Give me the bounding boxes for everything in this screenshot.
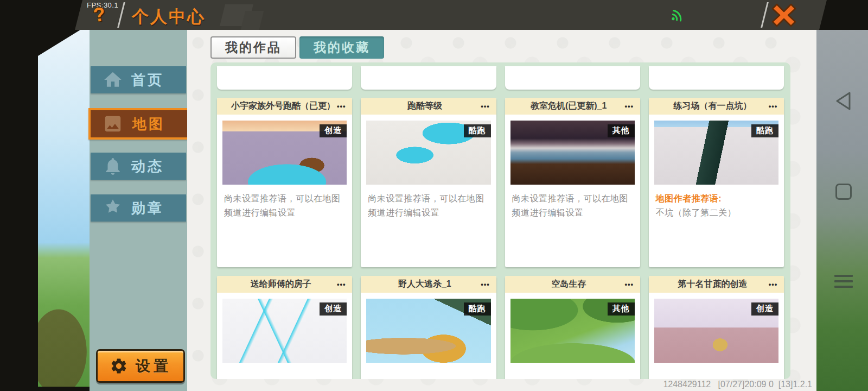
sidebar-item-medal[interactable]: 勋章 [91,194,186,222]
more-options-icon[interactable]: ••• [762,280,784,288]
map-card[interactable]: 送给师傅的房子•••创造 [217,276,352,379]
map-description: 地图作者推荐语:不坑（除了第二关） [656,192,777,219]
tab-my-works[interactable]: 我的作品 [210,36,296,59]
card-row: 送给师傅的房子•••创造野人大逃杀_1•••酷跑空岛生存•••其他第十名甘蔗的创… [217,276,784,379]
map-card-header: 小宇家族外号跑酷（已更）••• [217,98,352,115]
sidebar-item-label: 首页 [123,71,172,90]
map-card-title: 教室危机(已更新)_1 [505,100,618,112]
map-card-partial[interactable] [505,66,640,90]
map-card-partial[interactable] [361,66,496,90]
map-card-header: 空岛生存••• [505,276,640,293]
map-type-badge: 其他 [608,124,635,137]
network-signal-icon [671,9,685,22]
settings-label: 设置 [136,356,171,376]
sidebar-item-bell[interactable]: 动态 [91,153,186,180]
map-card-title: 第十名甘蔗的创造 [649,279,762,290]
map-type-badge: 酷跑 [751,124,778,137]
tab-my-favorites[interactable]: 我的收藏 [299,36,384,59]
author-recommendation-label: 地图作者推荐语: [656,192,777,206]
more-options-icon[interactable]: ••• [475,102,496,110]
map-card[interactable]: 野人大逃杀_1•••酷跑 [361,276,496,379]
map-type-badge: 其他 [608,302,635,316]
map-card[interactable]: 练习场（有一点坑）•••酷跑地图作者推荐语:不坑（除了第二关） [649,98,784,267]
map-card-title: 练习场（有一点坑） [649,100,762,112]
settings-button[interactable]: 设置 [96,349,185,383]
map-thumbnail[interactable]: 酷跑 [366,299,490,363]
map-card-title: 野人大逃杀_1 [361,279,474,290]
top-bar: FPS:30.1 ? 个人中心 [0,0,868,30]
map-card-title: 小宇家族外号跑酷（已更） [217,100,330,112]
sidebar-item-home[interactable]: 首页 [91,66,186,93]
map-card-partial[interactable] [649,66,784,90]
android-recents-icon[interactable] [834,275,853,291]
personal-center-screen: FPS:30.1 ? 个人中心 首页地图动态勋章 设置 我的作品 我的收藏 [0,0,868,391]
medal-icon [103,198,123,218]
home-icon [103,70,123,90]
map-description: 尚未设置推荐语，可以在地图频道进行编辑设置 [368,192,489,219]
map-description: 尚未设置推荐语，可以在地图频道进行编辑设置 [224,192,345,219]
android-back-icon[interactable] [834,91,852,111]
map-thumbnail[interactable]: 创造 [222,121,347,185]
bottom-black-strip [0,387,91,391]
map-thumbnail[interactable]: 其他 [510,121,635,185]
map-type-badge: 酷跑 [464,302,491,316]
sidebar-item-map[interactable]: 地图 [88,108,190,140]
map-card[interactable]: 教室危机(已更新)_1•••其他尚未设置推荐语，可以在地图频道进行编辑设置 [505,98,640,267]
map-card-header: 送给师傅的房子••• [217,276,352,293]
main-panel: 我的作品 我的收藏 小宇家族外号跑酷（已更）•••创造尚未设置推荐语，可以在地图… [187,30,816,391]
map-card-title: 跑酷等级 [361,100,474,112]
sidebar-item-label: 动态 [123,157,172,176]
map-card-header: 跑酷等级••• [361,98,496,115]
map-card-header: 教室危机(已更新)_1••• [505,98,640,115]
more-options-icon[interactable]: ••• [475,280,496,288]
map-icon [103,113,123,134]
game-world-background-left [38,0,90,391]
scrolled-card-row [217,66,784,90]
map-card-header: 野人大逃杀_1••• [361,276,496,293]
map-type-badge: 创造 [751,302,778,316]
map-thumbnail[interactable]: 创造 [222,299,347,363]
game-world-background-right [816,0,868,391]
more-options-icon[interactable]: ••• [618,102,640,110]
status-bar-text: 1248429112 [07/27]20:09 0 [13]1.2.1 [663,380,812,389]
sidebar: 首页地图动态勋章 设置 [90,30,187,391]
map-type-badge: 创造 [320,302,347,316]
map-card-title: 空岛生存 [505,279,618,290]
sidebar-item-label: 勋章 [123,199,172,218]
more-options-icon[interactable]: ••• [330,280,352,288]
more-options-icon[interactable]: ••• [762,102,784,110]
map-card[interactable]: 空岛生存•••其他 [505,276,640,379]
map-card[interactable]: 跑酷等级•••酷跑尚未设置推荐语，可以在地图频道进行编辑设置 [361,98,496,267]
more-options-icon[interactable]: ••• [330,102,352,110]
map-card[interactable]: 小宇家族外号跑酷（已更）•••创造尚未设置推荐语，可以在地图频道进行编辑设置 [217,98,352,267]
map-type-badge: 酷跑 [464,124,491,137]
map-card-title: 送给师傅的房子 [217,279,330,290]
map-card[interactable]: 第十名甘蔗的创造•••创造 [649,276,784,379]
map-type-badge: 创造 [320,124,347,137]
map-card-partial[interactable] [217,66,352,90]
gear-icon [110,357,128,375]
page-title: 个人中心 [132,5,206,28]
more-options-icon[interactable]: ••• [618,280,640,288]
map-thumbnail[interactable]: 酷跑 [654,121,778,185]
card-row: 小宇家族外号跑酷（已更）•••创造尚未设置推荐语，可以在地图频道进行编辑设置跑酷… [217,98,784,267]
map-description: 尚未设置推荐语，可以在地图频道进行编辑设置 [512,192,633,219]
bell-icon [103,156,123,176]
map-card-header: 练习场（有一点坑）••• [649,98,784,115]
map-card-grid[interactable]: 小宇家族外号跑酷（已更）•••创造尚未设置推荐语，可以在地图频道进行编辑设置跑酷… [210,62,790,379]
sidebar-item-label: 地图 [123,115,174,134]
map-thumbnail[interactable]: 酷跑 [366,121,490,185]
map-card-header: 第十名甘蔗的创造••• [649,276,784,293]
close-icon[interactable] [770,2,797,28]
map-thumbnail[interactable]: 创造 [654,299,778,363]
android-home-icon[interactable] [835,184,852,200]
map-thumbnail[interactable]: 其他 [510,299,635,363]
